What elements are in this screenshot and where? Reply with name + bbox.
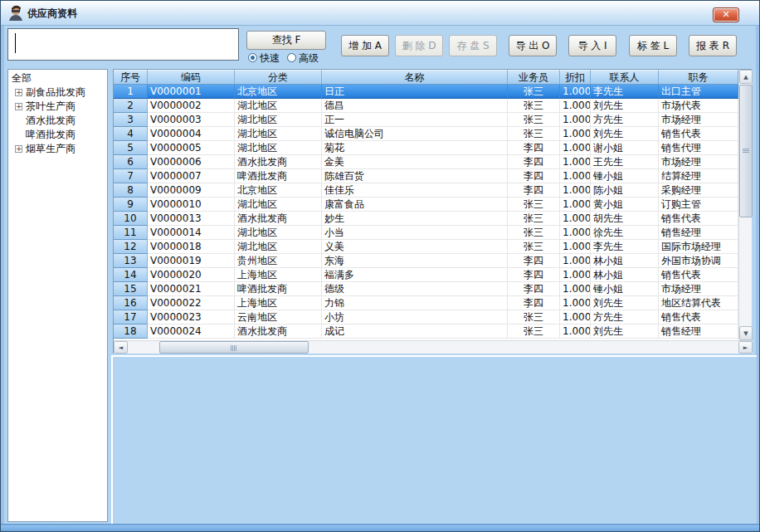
table-row[interactable]: 3V0000003湖北地区正一张三1.000方先生市场经理 — [114, 113, 738, 127]
horizontal-scroll-thumb[interactable] — [159, 341, 309, 354]
table-cell: 销售代表 — [659, 212, 738, 226]
table-row[interactable]: 15V0000021啤酒批发商德级李四1.000锺小姐市场经理 — [114, 282, 738, 296]
supplier-info-window: 供应商资料 ✕ 查找 F 快速高级 增 加 A删 除 D存 盘 S导 出 O导 … — [0, 0, 760, 532]
table-row[interactable]: 9V0000010湖北地区康富食品张三1.000黄小姐订购主管 — [114, 198, 738, 212]
tree-item[interactable]: +烟草生产商 — [8, 142, 107, 156]
table-cell: 林小姐 — [591, 268, 659, 282]
horizontal-scrollbar[interactable]: ◄ ► — [114, 340, 753, 354]
table-row[interactable]: 11V0000014湖北地区小当张三1.000徐先生销售经理 — [114, 226, 738, 240]
column-header[interactable]: 序号 — [114, 70, 148, 85]
table-cell: 东海 — [322, 254, 508, 268]
tree-item[interactable]: +副食品批发商 — [8, 85, 107, 100]
column-header[interactable]: 折扣 — [560, 70, 591, 85]
tree-item-label: 啤酒批发商 — [26, 128, 76, 142]
table-cell: 销售经理 — [659, 325, 738, 339]
expand-plus-icon[interactable]: + — [15, 89, 22, 96]
table-row[interactable]: 10V0000013酒水批发商妙生张三1.000胡先生销售代表 — [114, 212, 738, 226]
table-cell: V0000023 — [148, 310, 235, 325]
vertical-scrollbar[interactable]: ▲ ▼ — [738, 70, 752, 340]
tree-item[interactable]: +茶叶生产商 — [8, 100, 107, 114]
table-cell: 力锦 — [322, 296, 508, 310]
column-header[interactable]: 编码 — [148, 70, 235, 85]
search-input[interactable] — [7, 28, 239, 61]
supplier-table: 序号编码分类名称业务员折扣联系人职务 1V0000001北京地区日正张三1.00… — [113, 69, 752, 354]
table-cell: 1.000 — [560, 296, 591, 310]
find-button[interactable]: 查找 F — [246, 31, 326, 50]
table-row[interactable]: 4V0000004湖北地区诚信电脑公司张三1.000刘先生销售代表 — [114, 127, 738, 141]
table-cell: 张三 — [508, 325, 560, 339]
import-button[interactable]: 导 入 I — [568, 35, 616, 56]
table-row[interactable]: 18V0000024酒水批发商成记张三1.000刘先生销售经理 — [114, 325, 738, 339]
table-cell: 1.000 — [560, 325, 591, 339]
expand-plus-icon[interactable]: + — [15, 103, 22, 110]
table-cell: 酒水批发商 — [235, 155, 322, 169]
table-cell: 湖北地区 — [235, 141, 322, 155]
table-row[interactable]: 12V0000018湖北地区义美张三1.000李先生国际市场经理 — [114, 240, 738, 254]
table-cell: V0000024 — [148, 325, 235, 339]
column-header[interactable]: 业务员 — [508, 70, 560, 85]
report-button[interactable]: 报 表 R — [689, 35, 737, 56]
table-cell: 湖北地区 — [235, 198, 322, 212]
table-cell: V0000005 — [148, 141, 235, 155]
vertical-scroll-thumb[interactable] — [739, 85, 753, 217]
table-row[interactable]: 2V0000002湖北地区德昌张三1.000刘先生市场代表 — [114, 99, 738, 113]
table-row[interactable]: 17V0000023云南地区小坊张三1.000方先生销售代表 — [114, 310, 738, 325]
table-row[interactable]: 7V0000007啤酒批发商陈雄百货李四1.000锺小姐结算经理 — [114, 169, 738, 183]
table-row[interactable]: 5V0000005湖北地区菊花李四1.000谢小姐销售代理 — [114, 141, 738, 155]
table-cell: 徐先生 — [591, 226, 659, 240]
table-cell: V0000010 — [148, 198, 235, 212]
column-header[interactable]: 名称 — [322, 70, 508, 85]
table-cell: 上海地区 — [235, 296, 322, 310]
scroll-left-icon[interactable]: ◄ — [114, 341, 128, 354]
table-row[interactable]: 14V0000020上海地区福满多李四1.000林小姐销售代表 — [114, 268, 738, 282]
scroll-down-icon[interactable]: ▼ — [739, 326, 753, 340]
column-header[interactable]: 职务 — [659, 70, 738, 85]
table-cell: 市场经理 — [659, 155, 738, 169]
table-cell: 妙生 — [322, 212, 508, 226]
expand-plus-icon[interactable]: + — [15, 145, 22, 153]
table-cell: 刘先生 — [591, 296, 659, 310]
table-cell: 李四 — [508, 296, 560, 310]
table-cell: 张三 — [508, 226, 560, 240]
search-mode-radios: 快速高级 — [248, 51, 331, 65]
table-cell: 张三 — [508, 240, 560, 254]
table-row[interactable]: 1V0000001北京地区日正张三1.000李先生出口主管 — [114, 85, 738, 99]
text-cursor — [15, 33, 16, 53]
radio-fast[interactable] — [248, 53, 257, 62]
table-cell: 17 — [114, 310, 148, 325]
table-cell: 市场代表 — [659, 99, 738, 113]
table-cell: 10 — [114, 212, 148, 226]
table-cell: 销售代表 — [659, 310, 738, 325]
table-row[interactable]: 13V0000019贵州地区东海李四1.000林小姐外国市场协调 — [114, 254, 738, 268]
export-button[interactable]: 导 出 O — [509, 35, 557, 56]
add-button[interactable]: 增 加 A — [341, 35, 389, 56]
label-button[interactable]: 标 签 L — [629, 35, 677, 56]
table-cell: 李四 — [508, 141, 560, 155]
column-header[interactable]: 联系人 — [591, 70, 659, 85]
table-cell: V0000007 — [148, 169, 235, 183]
table-cell: 李四 — [508, 155, 560, 169]
table-cell: 出口主管 — [659, 85, 738, 99]
tree-item[interactable]: 啤酒批发商 — [8, 128, 107, 142]
table-cell: 张三 — [508, 198, 560, 212]
table-row[interactable]: 16V0000022上海地区力锦李四1.000刘先生地区结算代表 — [114, 296, 738, 310]
table-cell: 1 — [114, 85, 148, 99]
table-cell: 16 — [114, 296, 148, 310]
column-header[interactable]: 分类 — [235, 70, 322, 85]
scroll-right-icon[interactable]: ► — [738, 341, 753, 354]
table-cell: 地区结算代表 — [659, 296, 738, 310]
table-row[interactable]: 8V0000009北京地区佳佳乐李四1.000陈小姐采购经理 — [114, 183, 738, 198]
close-button[interactable]: ✕ — [713, 7, 739, 22]
tree-item[interactable]: 酒水批发商 — [8, 114, 107, 128]
table-cell: 方先生 — [591, 113, 659, 127]
table-row[interactable]: 6V0000006酒水批发商金美李四1.000王先生市场经理 — [114, 155, 738, 169]
table-header: 序号编码分类名称业务员折扣联系人职务 — [114, 70, 738, 85]
table-cell: 黄小姐 — [591, 198, 659, 212]
table-cell: 酒水批发商 — [235, 212, 322, 226]
tree-item-label: 副食品批发商 — [26, 85, 85, 100]
radio-advanced[interactable] — [287, 53, 296, 62]
tree-root-all[interactable]: 全部 — [12, 71, 32, 85]
table-cell: 李四 — [508, 254, 560, 268]
scroll-up-icon[interactable]: ▲ — [739, 70, 753, 84]
table-cell: 湖北地区 — [235, 127, 322, 141]
